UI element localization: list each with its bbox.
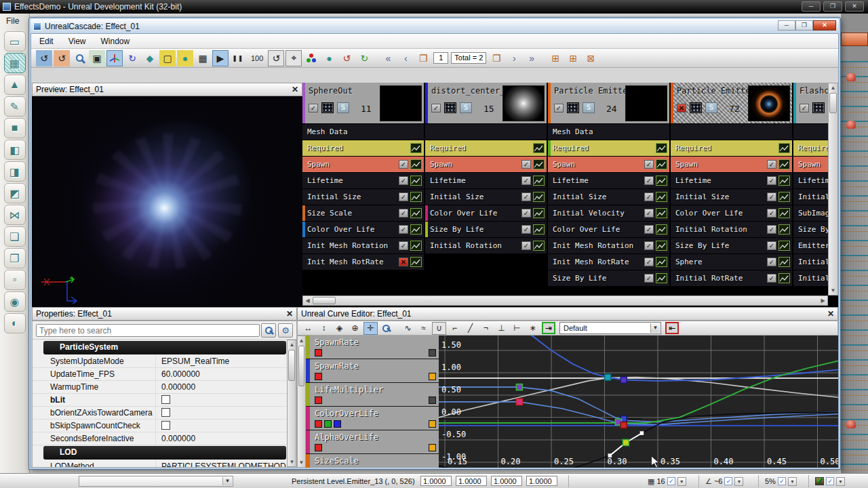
module-row[interactable]: Lifetime✓ <box>425 173 547 188</box>
scroll-up-arrow[interactable]: ▲ <box>829 83 837 92</box>
enabled-checkbox[interactable]: ✓ <box>399 176 408 185</box>
enabled-checkbox[interactable]: ✓ <box>399 241 408 250</box>
search-button[interactable] <box>261 323 276 338</box>
channel-swatch[interactable] <box>315 420 322 428</box>
curve-graph-icon[interactable] <box>410 257 422 267</box>
scroll-thumb[interactable] <box>829 93 837 113</box>
curve-graph-icon[interactable] <box>778 273 790 283</box>
module-row[interactable]: Lifetime✓ <box>671 173 792 188</box>
chevron-down-icon[interactable]: ▼ <box>734 477 743 486</box>
restart-sim-button[interactable]: ↺ <box>36 50 52 66</box>
lod-delete-button[interactable]: ⊠ <box>583 50 599 66</box>
module-row[interactable] <box>425 124 547 140</box>
curve-track[interactable]: ColorOverLife <box>306 407 439 430</box>
enabled-checkbox[interactable]: ✓ <box>767 258 776 266</box>
lod-add-before-button[interactable]: ⊞ <box>547 50 564 66</box>
orbit-mode-button[interactable] <box>106 50 123 66</box>
enabled-checkbox[interactable]: ✓ <box>800 104 809 113</box>
enabled-checkbox[interactable]: ✓ <box>521 241 531 250</box>
module-row[interactable]: Initial Size✓ <box>671 189 792 205</box>
module-row[interactable]: Spawn✓ <box>548 157 669 172</box>
module-row[interactable] <box>671 124 792 140</box>
show-all-tangents-button[interactable]: ∗ <box>526 322 540 335</box>
file-menu[interactable]: File <box>0 14 29 30</box>
rotation-grid-checkbox[interactable]: ✓ <box>724 477 732 485</box>
enabled-checkbox[interactable]: ✓ <box>399 192 408 201</box>
toolbar-invert-selection[interactable]: ◐ <box>4 313 26 333</box>
property-checkbox[interactable] <box>161 421 170 430</box>
render-mode-button[interactable] <box>444 102 456 113</box>
scroll-left-arrow[interactable]: ◀ <box>303 296 312 305</box>
lod-lower-button[interactable]: ❐ <box>415 50 431 66</box>
property-row[interactable]: WarmupTime0.000000 <box>33 381 288 394</box>
lod-last-button[interactable]: » <box>524 50 540 66</box>
property-category[interactable]: ParticleSystem <box>43 341 286 354</box>
track-visibility-swatch[interactable] <box>429 444 436 451</box>
color-channels-button[interactable] <box>303 50 319 66</box>
enabled-checkbox[interactable]: ✓ <box>521 192 531 201</box>
toggle-loop-button[interactable]: ↺ <box>268 50 284 66</box>
curve-graph-icon[interactable] <box>778 224 790 235</box>
module-row[interactable]: Init Mesh Rotation✓ <box>302 238 424 253</box>
drag-grid-y-input[interactable]: 1.0000 <box>456 476 487 486</box>
view-geometry-button[interactable]: ◆ <box>142 50 158 66</box>
module-row[interactable]: Initial Size✓ <box>425 189 547 205</box>
curve-keypoint[interactable] <box>516 399 522 405</box>
delete-tab-button[interactable]: ⇤ <box>665 322 679 334</box>
fit-horizontal-button[interactable]: ↔ <box>301 322 315 335</box>
disabled-cross-checkbox[interactable]: ✕ <box>399 258 408 266</box>
enabled-checkbox[interactable]: ✓ <box>644 192 654 201</box>
module-row[interactable]: Color Over Life✓ <box>671 205 792 221</box>
module-row[interactable]: Required <box>548 140 669 156</box>
redo-button[interactable]: ↻ <box>356 50 372 66</box>
module-row[interactable]: Initial Rotation✓ <box>671 222 792 237</box>
search-options-button[interactable]: ⚙ <box>278 323 293 338</box>
enabled-checkbox[interactable]: ✓ <box>767 192 776 201</box>
preview-close-icon[interactable]: ✕ <box>292 85 298 94</box>
enabled-checkbox[interactable]: ✓ <box>767 160 776 169</box>
main-close-button[interactable]: ✕ <box>845 1 864 12</box>
channel-swatch[interactable] <box>324 420 332 428</box>
curve-track[interactable]: SpawnRate <box>306 336 439 359</box>
drag-grid-z-input[interactable]: 1.0000 <box>491 476 522 486</box>
lod-first-button[interactable]: « <box>380 50 396 66</box>
create-tab-button[interactable]: ⇥ <box>542 322 555 334</box>
toolbar-show-eye[interactable]: ◉ <box>4 291 26 312</box>
curve-graph-icon[interactable] <box>778 208 790 218</box>
chevron-down-icon[interactable]: ▼ <box>788 477 797 486</box>
curve-graph-icon[interactable] <box>778 159 790 169</box>
enabled-checkbox[interactable]: ✓ <box>521 176 531 185</box>
tangent-auto-button[interactable]: ∿ <box>401 322 415 335</box>
drag-grid-x-input[interactable]: 1.0000 <box>420 476 452 486</box>
curve-graph-icon[interactable] <box>778 192 790 202</box>
emitter-horizontal-scrollbar[interactable]: ◀ ▶ <box>302 296 828 306</box>
channel-swatch[interactable] <box>315 373 322 380</box>
status-combo[interactable]: ▼ <box>79 476 233 487</box>
enabled-checkbox[interactable]: ✓ <box>521 160 531 169</box>
enabled-checkbox[interactable]: ✓ <box>767 225 776 234</box>
module-row[interactable]: Lifetime✓ <box>302 173 424 188</box>
track-visibility-swatch[interactable] <box>429 396 436 404</box>
properties-scrollbar[interactable]: ▲ ▼ <box>287 340 296 467</box>
render-mode-button[interactable] <box>321 102 334 113</box>
curve-track[interactable]: LifeMultiplier <box>306 383 439 407</box>
cascade-minimize-button[interactable]: ─ <box>778 20 795 30</box>
enabled-checkbox[interactable]: ✓ <box>399 225 408 234</box>
fit-all-button[interactable]: ◈ <box>332 322 347 335</box>
curve-keypoint[interactable] <box>605 374 611 380</box>
property-row[interactable]: LODMethodPARTICLESYSTEMLODMETHOD_Automat… <box>33 460 288 468</box>
lod-current-input[interactable]: 1 <box>433 52 448 64</box>
curve-graph[interactable]: 1.501.000.500.00-0.50-1.000.150.200.250.… <box>439 336 838 468</box>
track-visibility-swatch[interactable] <box>429 373 436 380</box>
straighten-tangents-button[interactable]: ⊢ <box>510 322 524 335</box>
menu-edit[interactable]: Edit <box>39 37 54 46</box>
curve-keypoint[interactable] <box>516 384 522 390</box>
enabled-checkbox[interactable]: ✓ <box>644 241 654 250</box>
curve-editor-close-icon[interactable]: ✕ <box>827 309 834 319</box>
tangent-user-button[interactable]: ∪ <box>432 322 446 335</box>
curve-track[interactable]: AlphaOverLife <box>306 430 439 454</box>
track-scrollbar[interactable]: ▲ ▼ <box>297 336 306 468</box>
render-mode-button[interactable] <box>690 102 702 113</box>
enabled-checkbox[interactable]: ✓ <box>431 104 441 113</box>
main-minimize-button[interactable]: ─ <box>802 1 821 12</box>
